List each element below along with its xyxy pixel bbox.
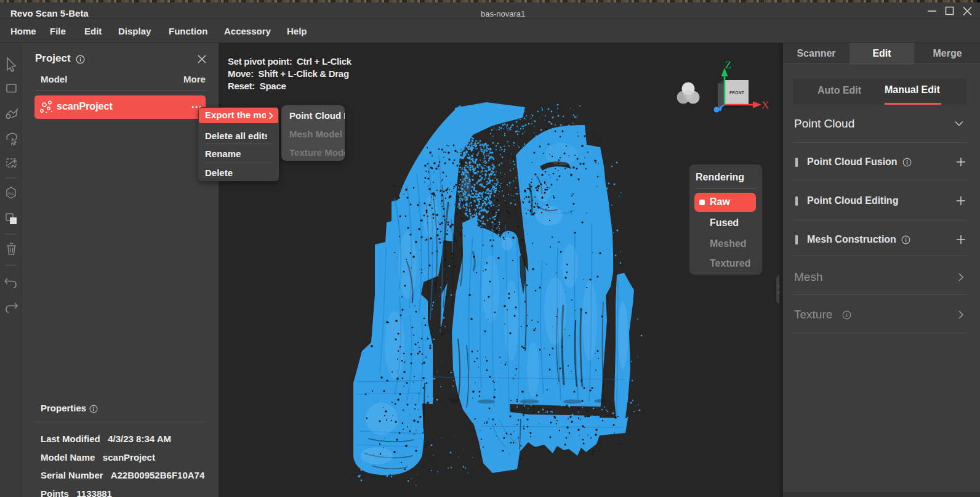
svg-text:ALL: ALL [8, 192, 15, 195]
svg-text:X: X [761, 99, 769, 111]
svg-text:FRONT: FRONT [729, 91, 744, 95]
svg-text:Z: Z [725, 59, 731, 71]
